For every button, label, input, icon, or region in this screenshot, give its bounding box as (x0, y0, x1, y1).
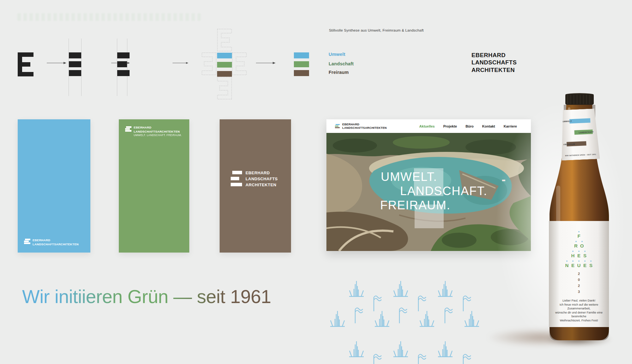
hero-headline-umwelt: UMWELT. (381, 170, 437, 184)
logo-bar-freiraum (294, 70, 309, 76)
site-logo-line: EBERHARD (342, 123, 387, 126)
e-arm-bottom (18, 72, 33, 76)
reed-icon (416, 352, 427, 364)
construction-guide (81, 39, 82, 96)
nav-item-aktuelles[interactable]: Aktuelles (419, 124, 435, 128)
poster-card-blue: EBERHARD LANDSCHAFTSARCHITEKTEN (18, 119, 90, 253)
hero-headline-freiraum: FREIRAUM. (380, 199, 451, 212)
logo-bar-landschaft (217, 62, 232, 68)
tree-row: H E S (549, 251, 609, 258)
year-digit: 0 (549, 277, 609, 283)
year-digit: 3 (549, 289, 609, 295)
construction-guide (69, 39, 69, 96)
site-logo[interactable]: EBERHARD LANDSCHAFTSARCHITEKTEN (335, 123, 387, 130)
tree-dot (578, 260, 580, 262)
gift-message-line: wünsche dir und deiner Familie eine besi… (549, 311, 609, 319)
tree-letter: S (583, 253, 586, 258)
card-logo-line: EBERHARD (33, 238, 79, 242)
tree-letter: E (571, 263, 574, 268)
arrow-icon (173, 62, 188, 64)
tree-row: N E U E S (549, 260, 609, 268)
tree-letter: E (577, 253, 580, 258)
tree-dot (575, 241, 577, 242)
tree-letter: R (574, 243, 578, 248)
grass-icon (349, 280, 364, 297)
gift-message-line: Weihnachtszeit. Frohes Fest! (549, 319, 609, 323)
card-logo-line: EBERHARD (246, 170, 278, 176)
outline-e-left (202, 52, 216, 75)
card-logo-line: ARCHITEKTEN (246, 182, 278, 188)
brand-wordmark: EBERHARD LANDSCHAFTS ARCHITEKTEN (471, 51, 517, 74)
gift-message: Lieber Paul, vielen Dank!Ich freue mich … (549, 299, 609, 323)
tree-dot (590, 260, 592, 262)
tree-letter: O (580, 243, 584, 248)
wordmark-line: ARCHITEKTEN (471, 66, 517, 74)
neck-label-umwelt: UMWELT (562, 120, 572, 122)
nav-item-buero[interactable]: Büro (465, 124, 474, 128)
ghost-headline (17, 13, 201, 21)
evolution-letter-e (18, 52, 33, 76)
gift-message-line: Ich freue mich auf die weitere Zusammena… (549, 303, 609, 311)
principle-umwelt: Umwelt (329, 52, 345, 57)
tree-row: R O (549, 241, 609, 248)
reed-icon (442, 306, 453, 324)
logo-bar-umwelt (294, 52, 309, 58)
body-label: F R O H E S N E U E (549, 221, 609, 327)
logo-bar-landschaft (294, 61, 309, 67)
logo-bar (117, 52, 130, 58)
tree-dot (584, 251, 586, 252)
reed-icon (371, 294, 382, 312)
reed-icon (461, 352, 471, 364)
poster-card-green: EBERHARD LANDSCHAFTSARCHITEKTEN UMWELT. … (119, 119, 189, 253)
reed-icon (416, 294, 427, 312)
grass-icon (393, 280, 409, 297)
e-arm-mid (18, 62, 30, 67)
tagline: Wir initiieren Grün — seit 1961 (22, 286, 271, 307)
logo-bar (69, 61, 81, 67)
tree-dot (581, 241, 583, 242)
logo-bar-freiraum (217, 71, 232, 77)
tree-dot (578, 251, 580, 252)
card-logo-line: LANDSCHAFTS (246, 176, 278, 182)
tree-letter: U (577, 263, 581, 268)
principle-freiraum: Freiraum (329, 70, 349, 75)
e-bars-icon (24, 239, 30, 244)
site-logo-line: LANDSCHAFTSARCHITEKTEN (342, 126, 387, 130)
synthesis-caption: Stillvolle Synthese aus Umwelt, Freimrau… (329, 28, 424, 32)
grass-icon (374, 310, 390, 327)
reed-icon (371, 352, 382, 364)
card-logo-line: LANDSCHAFTSARCHITEKTEN (134, 130, 182, 134)
arrow-icon (47, 62, 66, 64)
grass-icon (437, 280, 453, 297)
reed-icon (461, 294, 471, 312)
year-2023: 2023 (549, 271, 609, 295)
year-digit: 2 (549, 271, 609, 277)
tree-letter: S (589, 263, 592, 268)
outline-e-top (217, 29, 232, 51)
principle-landschaft: Landschaft (329, 61, 354, 66)
year-digit: 2 (549, 283, 609, 289)
logo-bar (117, 61, 127, 67)
neck-tagline: WIR INITIIEREN GRÜN – SEIT 1961 (562, 153, 600, 157)
nav-item-projekte[interactable]: Projekte (443, 124, 457, 128)
card-logo-subline: UMWELT. LANDSCHAFT. FREIRAUM. (134, 134, 182, 137)
neck-bar-umwelt (569, 118, 591, 123)
arrow-icon (256, 62, 276, 64)
tree-dot (572, 260, 574, 262)
gift-message-line: Lieber Paul, vielen Dank! (549, 299, 609, 303)
wordmark-line: EBERHARD (471, 51, 517, 59)
poster-card-brown: EBERHARD LANDSCHAFTS ARCHITEKTEN (220, 119, 291, 253)
reed-icon (397, 306, 408, 324)
e-bars-icon (125, 126, 131, 132)
tree-dot (578, 231, 580, 232)
grass-icon (393, 340, 409, 357)
logo-bar-umwelt (217, 53, 232, 58)
grass-icon (464, 310, 480, 327)
bottle-mockup: UMWELT LANDSCHAFT FREIRAUM WIR INITIIERE… (487, 88, 626, 354)
tree-letter: E (583, 263, 586, 268)
e-bars-icon (231, 171, 242, 186)
outline-e-right (232, 52, 247, 75)
grass-icon (437, 340, 453, 357)
tree-dot (584, 260, 586, 262)
tree-dot (572, 251, 574, 252)
